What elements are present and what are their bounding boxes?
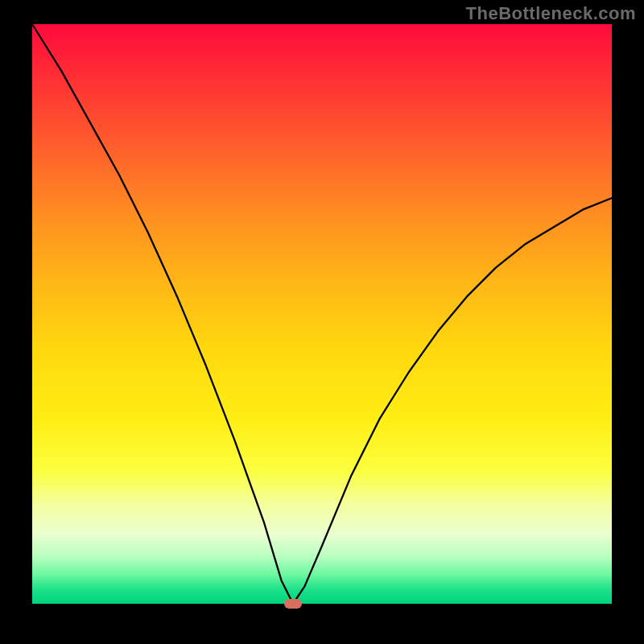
watermark-text: TheBottleneck.com — [466, 3, 636, 24]
bottleneck-curve-path — [32, 24, 612, 604]
nadir-marker — [284, 599, 302, 609]
chart-frame: TheBottleneck.com — [0, 0, 644, 644]
curve-svg — [32, 24, 612, 604]
plot-area — [32, 24, 612, 604]
